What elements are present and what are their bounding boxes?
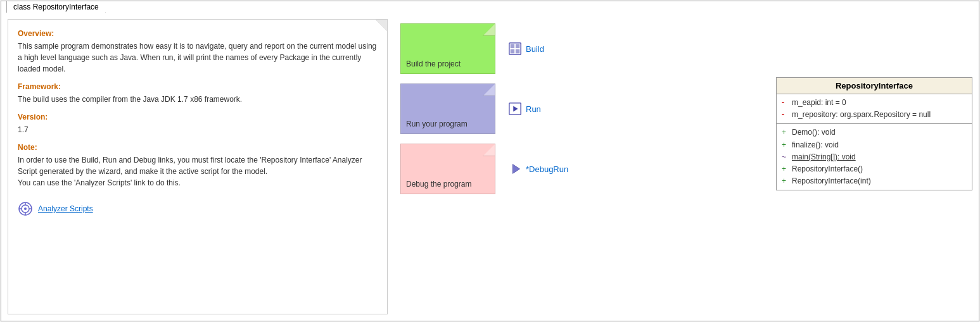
svg-rect-8 bbox=[511, 44, 514, 48]
svg-point-2 bbox=[24, 207, 27, 210]
notes-panel: Overview: This sample program demonstrat… bbox=[8, 19, 388, 314]
spacer bbox=[592, 14, 770, 314]
svg-rect-10 bbox=[511, 49, 514, 53]
build-link[interactable]: Build bbox=[508, 42, 544, 56]
version-title: Version: bbox=[18, 113, 378, 121]
framework-text: The build uses the compiler from the Jav… bbox=[18, 94, 378, 105]
note-title: Note: bbox=[18, 143, 378, 152]
build-icon bbox=[508, 42, 522, 56]
method-row-1: + Demo(): void bbox=[782, 127, 967, 139]
build-row: Build the project Build bbox=[400, 23, 544, 74]
debug-row: Debug the program *DebugRun bbox=[400, 144, 568, 194]
attr-vis-2: - bbox=[782, 109, 789, 121]
debug-link[interactable]: *DebugRun bbox=[508, 162, 568, 176]
attr-name-2: m_repository: org.sparx.Repository = nul… bbox=[792, 109, 931, 121]
method-name-3: main(String[]): void bbox=[792, 151, 856, 163]
main-container: class RepositoryInterface Overview: This… bbox=[1, 1, 979, 321]
method-name-2: finalize(): void bbox=[792, 139, 839, 151]
method-row-4: + RepositoryInterface() bbox=[782, 163, 967, 175]
attr-row-1: - m_eapid: int = 0 bbox=[782, 97, 967, 109]
middle-panel: Build the project Build Run your pr bbox=[394, 14, 585, 314]
attr-vis-1: - bbox=[782, 97, 789, 109]
note-text: In order to use the Build, Run and Debug… bbox=[18, 154, 378, 189]
build-link-text: Build bbox=[526, 44, 544, 54]
class-methods: + Demo(): void + finalize(): void ~ main… bbox=[777, 124, 972, 190]
run-link-text: Run bbox=[526, 104, 541, 114]
analyzer-scripts-link[interactable]: Analyzer Scripts bbox=[18, 201, 378, 216]
svg-rect-9 bbox=[516, 44, 519, 48]
debug-card[interactable]: Debug the program bbox=[400, 144, 495, 194]
method-name-4: RepositoryInterface() bbox=[792, 163, 863, 175]
method-row-3: ~ main(String[]): void bbox=[782, 151, 967, 163]
framework-title: Framework: bbox=[18, 82, 378, 91]
attr-row-2: - m_repository: org.sparx.Repository = n… bbox=[782, 109, 967, 121]
analyzer-icon bbox=[18, 201, 33, 216]
tab-label[interactable]: class RepositoryInterface bbox=[6, 1, 106, 13]
method-row-2: + finalize(): void bbox=[782, 139, 967, 151]
attr-name-1: m_eapid: int = 0 bbox=[792, 97, 846, 109]
method-vis-1: + bbox=[782, 127, 789, 139]
method-row-5: + RepositoryInterface(int) bbox=[782, 175, 967, 187]
svg-marker-14 bbox=[512, 164, 519, 174]
build-card-text: Build the project bbox=[406, 59, 461, 68]
run-icon bbox=[508, 102, 522, 116]
debug-icon bbox=[508, 162, 522, 176]
debug-card-text: Debug the program bbox=[406, 180, 471, 189]
run-row: Run your program Run bbox=[400, 84, 541, 134]
run-card-text: Run your program bbox=[406, 120, 468, 128]
method-name-5: RepositoryInterface(int) bbox=[792, 175, 871, 187]
class-panel: RepositoryInterface - m_eapid: int = 0 -… bbox=[776, 77, 972, 190]
class-title: RepositoryInterface bbox=[777, 78, 972, 94]
version-text: 1.7 bbox=[18, 124, 378, 135]
run-link[interactable]: Run bbox=[508, 102, 541, 116]
method-vis-3: ~ bbox=[782, 151, 789, 163]
overview-title: Overview: bbox=[18, 29, 378, 38]
run-card[interactable]: Run your program bbox=[400, 84, 495, 134]
debug-link-text: *DebugRun bbox=[526, 164, 568, 174]
method-vis-5: + bbox=[782, 175, 789, 187]
svg-rect-11 bbox=[516, 49, 519, 53]
method-name-1: Demo(): void bbox=[792, 127, 836, 139]
class-attributes: - m_eapid: int = 0 - m_repository: org.s… bbox=[777, 94, 972, 124]
method-vis-4: + bbox=[782, 163, 789, 175]
content-area: Overview: This sample program demonstrat… bbox=[1, 1, 979, 321]
method-vis-2: + bbox=[782, 139, 789, 151]
overview-text: This sample program demonstrates how eas… bbox=[18, 40, 378, 75]
build-card[interactable]: Build the project bbox=[400, 23, 495, 74]
analyzer-scripts-text[interactable]: Analyzer Scripts bbox=[38, 204, 93, 213]
svg-marker-13 bbox=[513, 106, 518, 111]
